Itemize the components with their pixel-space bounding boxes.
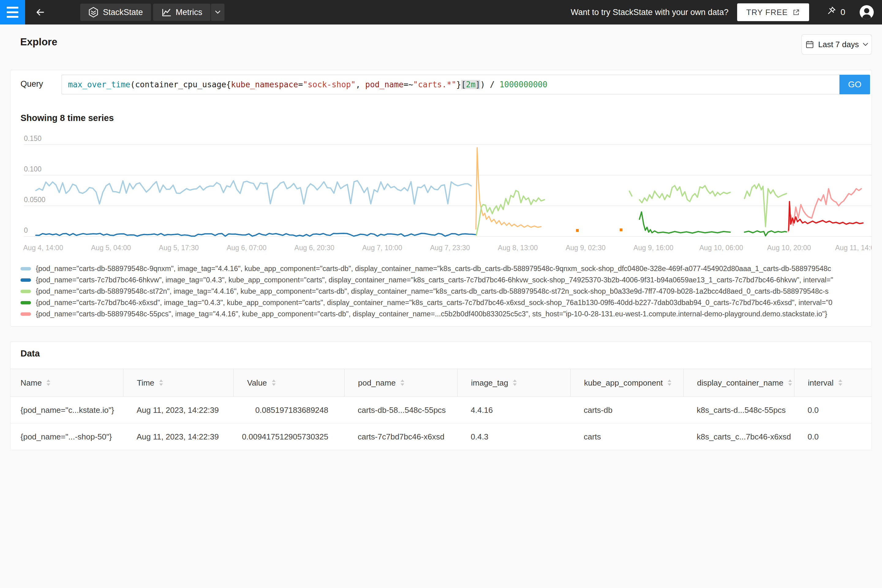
- query-token: ]: [476, 80, 480, 89]
- query-token: "carts.*": [413, 80, 456, 89]
- column-header-label: interval: [808, 378, 834, 388]
- column-header-label: Name: [21, 378, 42, 388]
- table-row[interactable]: {pod_name="c...kstate.io"}Aug 11, 2023, …: [10, 397, 872, 423]
- svg-text:Aug 10, 06:00: Aug 10, 06:00: [699, 244, 743, 252]
- view-switcher-caret[interactable]: [211, 4, 225, 21]
- svg-text:0: 0: [24, 226, 28, 234]
- query-token: "sock-shop": [303, 80, 356, 89]
- external-link-icon: [793, 9, 800, 16]
- chart-legend: {pod_name="carts-db-588979548c-9qnxm", i…: [10, 263, 872, 320]
- tab-stackstate[interactable]: StackState: [80, 4, 151, 21]
- chart-title: Showing 8 time series: [21, 113, 114, 123]
- table-cell: Aug 11, 2023, 14:22:39: [123, 423, 233, 450]
- query-token: =~: [404, 80, 413, 89]
- sort-icon: [159, 379, 164, 387]
- table-cell: carts-db: [570, 397, 683, 423]
- query-token: max_over_time: [68, 80, 130, 89]
- svg-text:Aug 11, 14:00: Aug 11, 14:00: [835, 244, 872, 252]
- sort-icon: [46, 379, 51, 387]
- query-token: 2m: [466, 80, 475, 89]
- tab-metrics[interactable]: Metrics: [153, 4, 210, 21]
- column-header-label: Value: [247, 378, 267, 388]
- avatar[interactable]: [859, 4, 874, 20]
- legend-item[interactable]: {pod_name="carts-7c7bd7bc46-x6xsd", imag…: [10, 297, 872, 308]
- legend-label: {pod_name="carts-db-588979548c-55pcs", i…: [36, 310, 827, 318]
- try-free-label: TRY FREE: [746, 8, 788, 17]
- column-header-label: Time: [137, 378, 154, 388]
- query-token: kube_namespace: [231, 80, 298, 89]
- svg-text:Aug 7, 10:00: Aug 7, 10:00: [362, 244, 402, 252]
- query-token: [: [461, 80, 466, 89]
- column-header-label: pod_name: [358, 378, 396, 388]
- svg-text:Aug 7, 23:30: Aug 7, 23:30: [430, 244, 470, 252]
- column-header-name[interactable]: Name: [10, 369, 123, 397]
- legend-swatch: [21, 278, 31, 282]
- legend-item[interactable]: {pod_name="carts-db-588979548c-55pcs", i…: [10, 308, 872, 320]
- brand-label: StackState: [103, 8, 143, 17]
- svg-text:0.150: 0.150: [24, 135, 42, 142]
- column-header-display-container-name[interactable]: display_container_name: [683, 369, 794, 397]
- query-token: pod_name: [365, 80, 404, 89]
- legend-swatch: [21, 290, 31, 293]
- table-cell: carts: [570, 423, 683, 450]
- table-cell: carts-7c7bd7bc46-x6xsd: [344, 423, 457, 450]
- time-range-selector[interactable]: Last 7 days: [801, 34, 872, 54]
- view-label: Metrics: [176, 8, 202, 17]
- caret-down-icon: [215, 11, 220, 14]
- table-header-row: NameTimeValuepod_nameimage_tagkube_app_c…: [10, 369, 872, 397]
- svg-text:Aug 6, 07:00: Aug 6, 07:00: [226, 244, 266, 252]
- legend-swatch: [21, 312, 31, 316]
- table-cell: k8s_carts_c...7bc46-x6xsd: [683, 423, 794, 450]
- sort-icon: [272, 379, 276, 387]
- go-button[interactable]: GO: [839, 75, 870, 94]
- data-title: Data: [21, 348, 40, 358]
- column-header-interval[interactable]: interval: [794, 369, 872, 397]
- legend-label: {pod_name="carts-7c7bd7bc46-6hkvw", imag…: [36, 276, 833, 284]
- legend-item[interactable]: {pod_name="carts-db-588979548c-st72n", i…: [10, 286, 872, 297]
- column-header-value[interactable]: Value: [233, 369, 344, 397]
- query-token: }: [456, 80, 461, 89]
- column-header-label: kube_app_component: [584, 378, 663, 388]
- hamburger-menu-icon[interactable]: [0, 0, 25, 24]
- table-cell: 4.4.16: [457, 397, 570, 423]
- svg-text:Aug 5, 04:00: Aug 5, 04:00: [91, 244, 131, 252]
- promo-text: Want to try StackState with your own dat…: [571, 8, 729, 17]
- legend-item[interactable]: {pod_name="carts-db-588979548c-9qnxm", i…: [10, 263, 872, 274]
- column-header-image-tag[interactable]: image_tag: [457, 369, 570, 397]
- query-input[interactable]: max_over_time(container_cpu_usage{kube_n…: [62, 75, 839, 94]
- query-token: (container_cpu_usage{: [130, 80, 231, 89]
- legend-label: {pod_name="carts-db-588979548c-9qnxm", i…: [36, 265, 831, 273]
- column-header-time[interactable]: Time: [123, 369, 233, 397]
- table-row[interactable]: {pod_name="...-shop-50"}Aug 11, 2023, 14…: [10, 423, 872, 450]
- column-header-label: image_tag: [471, 378, 508, 388]
- legend-swatch: [21, 267, 31, 270]
- column-header-pod-name[interactable]: pod_name: [344, 369, 457, 397]
- sort-icon: [400, 379, 405, 387]
- pin-icon[interactable]: [825, 7, 836, 18]
- svg-text:Aug 10, 20:00: Aug 10, 20:00: [767, 244, 811, 252]
- legend-label: {pod_name="carts-7c7bd7bc46-x6xsd", imag…: [36, 298, 832, 307]
- table-cell: 0.4.3: [457, 423, 570, 450]
- back-arrow-icon[interactable]: [29, 0, 51, 24]
- table-cell: k8s_carts-d...548c-55pcs: [683, 397, 794, 423]
- page-title: Explore: [20, 36, 57, 48]
- svg-text:Aug 5, 17:30: Aug 5, 17:30: [159, 244, 199, 252]
- metrics-chart-icon: [161, 7, 171, 18]
- column-header-kube-app-component[interactable]: kube_app_component: [570, 369, 683, 397]
- table-cell: Aug 11, 2023, 14:22:39: [123, 397, 233, 423]
- table-cell: {pod_name="...-shop-50"}: [10, 423, 123, 450]
- legend-item[interactable]: {pod_name="carts-7c7bd7bc46-6hkvw", imag…: [10, 274, 872, 286]
- svg-text:Aug 9, 02:30: Aug 9, 02:30: [566, 244, 606, 252]
- query-token: ,: [356, 80, 365, 89]
- query-token: ) /: [480, 80, 500, 89]
- top-bar: StackState Metrics Want to try StackStat…: [0, 0, 882, 24]
- column-header-label: display_container_name: [697, 378, 783, 388]
- query-chart-card: Query max_over_time(container_cpu_usage{…: [10, 70, 872, 327]
- sort-icon: [512, 379, 517, 387]
- svg-text:Aug 8, 13:00: Aug 8, 13:00: [498, 244, 538, 252]
- table-cell: 0.0: [794, 397, 872, 423]
- table-cell: 0.0: [794, 423, 872, 450]
- sort-icon: [838, 379, 843, 387]
- try-free-button[interactable]: TRY FREE: [737, 3, 809, 21]
- pin-count: 0: [840, 8, 845, 17]
